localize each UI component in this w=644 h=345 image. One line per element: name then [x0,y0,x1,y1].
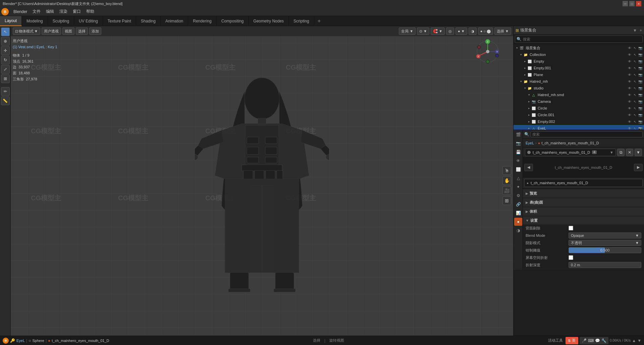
props-mesh-tab[interactable]: △ [514,174,522,182]
tree-item-studio[interactable]: ▾ 📁 studio 👁 ↖ 📷 [514,85,644,91]
select-tool-button[interactable]: ↖ [1,27,10,36]
taskbar-chat-icon[interactable]: 💬 [595,338,600,343]
tab-animation[interactable]: Animation [161,16,188,26]
props-object-tab[interactable]: ⬜ [514,165,522,174]
tab-modeling[interactable]: Modeling [22,16,48,26]
snap-button[interactable]: 🧲 ▼ [431,27,445,35]
breadcrumb-material[interactable]: t_ch_mainhero_eyes_mouth_01_D [541,141,599,145]
tab-geometry-nodes[interactable]: Geometry Nodes [249,16,289,26]
scroll-up-icon[interactable]: ▲ [632,338,636,343]
tree-item-plane[interactable]: ▸ ⬜ Plane 👁 ↖ 📷 [514,71,644,78]
viewport-object-button[interactable]: 添加 [89,27,101,35]
viewport-tool-camera[interactable]: 🎥 [502,186,511,195]
taskbar-extra-icon[interactable]: 🔧 [601,338,606,343]
props-render-tab[interactable]: 📷 [514,139,522,147]
transform-pivot-button[interactable]: ◎ [446,27,454,35]
viewport-tool-grab[interactable]: ✋ [502,176,511,185]
outliner-filter-icon[interactable]: ▼ [633,28,637,33]
preview-section-header[interactable]: ▶ 预览 [523,189,644,197]
props-scene-tab[interactable]: 🎬 [514,131,522,139]
viewport-select-button[interactable]: 视图 [62,27,74,35]
breadcrumb-eyelink[interactable]: EyeL [526,141,534,145]
material-new-btn[interactable]: ⧉ [617,149,625,156]
blend-mode-dropdown[interactable]: Opaque ▼ [569,232,641,238]
scroll-down-icon[interactable]: ▼ [637,338,641,343]
tab-compositing[interactable]: Compositing [217,16,249,26]
next-node-btn[interactable]: ▶ [634,164,643,171]
menu-window[interactable]: 窗口 [70,8,84,16]
tree-item-collection[interactable]: ▾ 📁 Collection 👁 ↖ 📷 [514,51,644,58]
props-constraints-tab[interactable]: 🔗 [514,200,522,208]
backface-culling-toggle[interactable] [569,226,573,230]
outliner-add-icon[interactable]: + [640,28,642,33]
tree-item-----[interactable]: ▾ 🎬 场景集合 👁 ↖ 📷 [514,45,644,51]
material-name-btn[interactable]: t_ch_mainhero_eyes_mouth_01_D 4 ▼ [525,149,616,156]
tab-uv-editing[interactable]: UV Editing [74,16,103,26]
tab-scripting[interactable]: Scripting [289,16,314,26]
material-remove-btn[interactable]: ✕ [626,149,633,156]
add-tab-button[interactable]: + [314,18,324,24]
surface-section-header[interactable]: ▶ 表(曲)面 [523,198,644,206]
viewport[interactable]: ⊡ 物体模式 ▼ 用户透视 视图 选择 添加 全局 ▼ ⊙ ▼ 🧲 ▼ ◎ ● … [11,26,513,345]
close-button[interactable]: ✕ [636,1,641,6]
props-physics-tab[interactable]: ⚙ [514,192,522,200]
viewport-shading-button[interactable]: ● ○ ⬤ [478,27,493,35]
tab-shading[interactable]: Shading [136,16,161,26]
rotate-tool-button[interactable]: ↻ [1,56,10,64]
viewport-mode-button[interactable]: 选择 ▼ [494,27,511,35]
props-search-input[interactable] [531,131,643,137]
screen-refraction-toggle[interactable] [569,255,573,260]
tree-item-camera[interactable]: ▸ 📷 Camera 👁 ↖ 📷 [514,98,644,105]
annotate-tool-button[interactable]: ✏ [1,87,10,96]
props-material-tab[interactable]: ● [514,218,522,226]
nav-gizmo[interactable]: Z X Y [474,38,501,65]
transform-tool-button[interactable]: ⊞ [1,74,10,83]
props-data-tab[interactable]: 📊 [514,209,522,217]
props-view-tab[interactable]: 👁 [514,157,522,165]
props-output-tab[interactable]: 💾 [514,148,522,156]
outliner-search-input[interactable] [523,37,641,41]
viewport-add-button[interactable]: 选择 [76,27,88,35]
overlay-button[interactable]: ● ▼ [455,27,467,35]
scale-tool-button[interactable]: ⤢ [1,65,10,74]
taskbar-keyboard-icon[interactable]: ⌨ [588,338,594,343]
viewport-tool-hand[interactable]: 🖱 [502,166,511,175]
clip-threshold-slider[interactable]: 0.500 [569,247,641,253]
tree-item-eyel[interactable]: ▸ △ EyeL 👁 ↖ 📷 [514,125,644,130]
menu-help[interactable]: 帮助 [84,8,97,16]
menu-render[interactable]: 渲染 [57,8,70,16]
tree-item-empty-002[interactable]: ▸ ⬜ Empty.002 👁 ↖ 📷 [514,118,644,125]
shadow-mode-dropdown[interactable]: 不透明 ▼ [569,240,641,246]
tree-item-circle-001[interactable]: ▸ ⬜ Circle.001 👁 ↖ 📷 [514,112,644,118]
props-particles-tab[interactable]: ✦ [514,183,522,191]
minimize-button[interactable]: ─ [623,1,628,6]
proportional-editing-button[interactable]: ⊙ ▼ [417,27,429,35]
move-tool-button[interactable]: ✛ [1,46,10,55]
viewport-view-button[interactable]: 用户透视 [42,27,61,35]
xray-button[interactable]: ◑ [469,27,477,35]
tab-rendering[interactable]: Rendering [188,16,216,26]
maximize-button[interactable]: □ [629,1,635,6]
menu-edit[interactable]: 编辑 [43,8,57,16]
measure-tool-button[interactable]: 📏 [1,96,10,105]
tab-texture-paint[interactable]: Texture Paint [103,16,136,26]
viewport-tool-grid[interactable]: ⊞ [502,196,511,205]
material-options-btn[interactable]: ▼ [635,149,642,156]
tree-item-hatred-mh[interactable]: ▾ 📁 Hatred_mh 👁 ↖ 📷 [514,78,644,85]
settings-section-header[interactable]: ▼ 设置 [523,216,644,224]
refraction-depth-value[interactable]: 0.2 m [569,262,641,268]
tree-item-circle[interactable]: ▸ ⬜ Circle 👁 ↖ 📷 [514,105,644,112]
tab-layout[interactable]: Layout [0,16,22,26]
props-shading-tab[interactable]: ◑ [514,226,522,234]
viewport-perspective-button[interactable]: ⊡ 物体模式 ▼ [13,27,40,35]
taskbar-mic-icon[interactable]: 🎤 [582,338,587,343]
global-local-button[interactable]: 全局 ▼ [399,27,416,35]
menu-blender[interactable]: Blender [11,8,30,16]
prev-node-btn[interactable]: ◀ [524,164,533,171]
tree-item-hatred-mh-smd[interactable]: ▾ △ Hatred_mh.smd 👁 ↖ 📷 [514,91,644,98]
menu-file[interactable]: 文件 [30,8,43,16]
tree-item-empty[interactable]: ▸ ⬜ Empty 👁 ↖ 📷 [514,58,644,65]
blender-logo[interactable]: B [1,8,9,15]
volume-section-header[interactable]: ▶ 体积 [523,207,644,215]
tab-sculpting[interactable]: Sculpting [48,16,74,26]
